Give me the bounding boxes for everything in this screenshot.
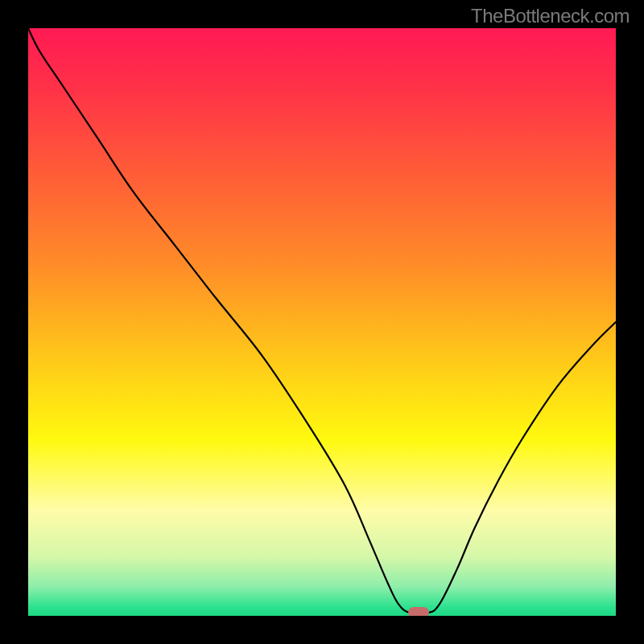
plot-area bbox=[28, 28, 616, 616]
plot-frame bbox=[0, 0, 644, 644]
optimal-point-marker bbox=[408, 607, 429, 616]
watermark-text: TheBottleneck.com bbox=[471, 5, 630, 27]
bottleneck-curve bbox=[28, 28, 616, 614]
curve-layer bbox=[28, 28, 616, 616]
